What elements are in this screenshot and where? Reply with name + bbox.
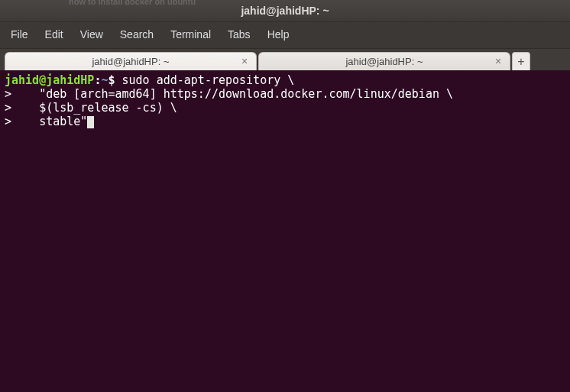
menu-help[interactable]: Help — [260, 25, 297, 44]
tab-add-button[interactable]: + — [512, 52, 530, 70]
prompt-user: jahid — [5, 73, 39, 87]
menu-view[interactable]: View — [73, 25, 111, 44]
terminal-body[interactable]: jahid@jahidHP:~$ sudo add-apt-repository… — [0, 70, 570, 392]
tabbar: jahid@jahidHP: ~ × jahid@jahidHP: ~ × + — [0, 49, 570, 70]
plus-icon: + — [517, 55, 524, 69]
tab-1[interactable]: jahid@jahidHP: ~ × — [5, 52, 257, 70]
line-3: > $(lsb_release -cs) \ — [5, 101, 177, 115]
background-hint: how to install docker on ubuntu — [69, 0, 196, 6]
line-4: > stable" — [5, 115, 87, 128]
line-1-command: sudo add-apt-repository \ — [115, 73, 295, 87]
prompt-at: @ — [39, 73, 46, 87]
tab-1-close-icon[interactable]: × — [239, 56, 250, 66]
cursor-block — [87, 116, 94, 128]
menu-file[interactable]: File — [3, 25, 36, 44]
menu-search[interactable]: Search — [112, 25, 161, 44]
line-2: > "deb [arch=amd64] https://download.doc… — [5, 87, 453, 101]
menu-edit[interactable]: Edit — [37, 25, 71, 44]
tab-2-close-icon[interactable]: × — [493, 56, 504, 66]
prompt-host: jahidHP — [46, 73, 94, 87]
window-title: jahid@jahidHP: ~ — [241, 5, 329, 17]
window-titlebar: how to install docker on ubuntu jahid@ja… — [0, 0, 570, 22]
tab-2-label: jahid@jahidHP: ~ — [345, 56, 423, 67]
tab-2[interactable]: jahid@jahidHP: ~ × — [258, 52, 510, 70]
prompt-symbol: $ — [108, 73, 115, 87]
tab-1-label: jahid@jahidHP: ~ — [92, 56, 169, 67]
menu-tabs[interactable]: Tabs — [220, 25, 258, 44]
terminal-window: how to install docker on ubuntu jahid@ja… — [0, 0, 570, 392]
menubar: File Edit View Search Terminal Tabs Help — [0, 22, 570, 49]
menu-terminal[interactable]: Terminal — [163, 25, 219, 44]
